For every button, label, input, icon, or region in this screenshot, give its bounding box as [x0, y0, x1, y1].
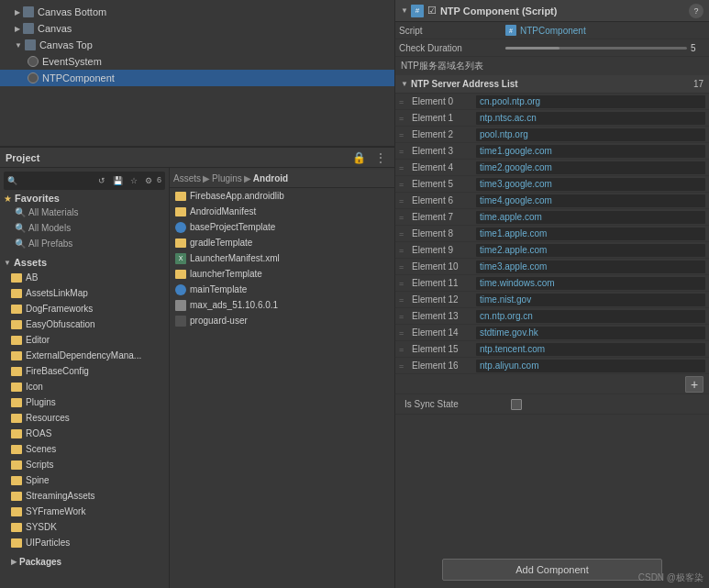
file-item[interactable]: AndroidManifest — [170, 204, 394, 219]
element-value[interactable]: time1.google.com — [476, 145, 705, 158]
element-value[interactable]: time.apple.com — [476, 211, 705, 224]
element-value[interactable]: pool.ntp.org — [476, 128, 705, 141]
assets-folder-item[interactable]: Scripts — [0, 457, 169, 472]
folder-icon — [11, 336, 22, 345]
ntp-script-icon: # — [411, 5, 424, 17]
search-bar[interactable]: 🔍 ↺ 💾 ☆ ⚙ 6 — [4, 172, 165, 190]
file-item[interactable]: gradleTemplate — [170, 235, 394, 250]
refresh-icon-btn[interactable]: ↺ — [95, 175, 108, 186]
element-value[interactable]: cn.ntp.org.cn — [476, 310, 705, 323]
packages-label: Packages — [19, 557, 61, 567]
assets-folder-item[interactable]: UIParticles — [0, 535, 169, 550]
lock-icon-btn[interactable]: 🔒 — [349, 150, 369, 165]
folder-label: Icon — [26, 382, 43, 392]
file-item[interactable]: XLauncherManifest.xml — [170, 250, 394, 266]
folder-label: ROAS — [26, 428, 51, 438]
file-item[interactable]: proguard-user — [170, 313, 394, 328]
assets-folder-item[interactable]: ExternalDependencyMana... — [0, 348, 169, 363]
chevron-right-icon: ▶ — [15, 8, 20, 17]
drag-handle-icon: = — [399, 312, 408, 321]
ntp-elements-list: = Element 0 cn.pool.ntp.org = Element 1 … — [395, 94, 709, 374]
file-item[interactable]: baseProjectTemplate — [170, 219, 394, 235]
file-item[interactable]: max_ads_51.10.6.0.1 — [170, 297, 394, 313]
more-options-btn[interactable]: ⋮ — [372, 150, 389, 165]
ntp-element-row: = Element 7 time.apple.com — [395, 209, 709, 226]
ntp-element-row: = Element 2 pool.ntp.org — [395, 127, 709, 143]
filter-icon-btn[interactable]: ⚙ — [142, 175, 155, 186]
drag-handle-icon: = — [399, 213, 408, 222]
chevron-down-icon: ▼ — [15, 41, 22, 50]
fav-item-prefabs[interactable]: 🔍 All Prefabs — [0, 236, 169, 251]
assets-folder-item[interactable]: Icon — [0, 379, 169, 394]
project-content: 🔍 ↺ 💾 ☆ ⚙ 6 ★ Favorites — [0, 168, 394, 588]
element-value[interactable]: time1.apple.com — [476, 227, 705, 240]
element-value[interactable]: ntp.ntsc.ac.cn — [476, 112, 705, 125]
fav-item-models[interactable]: 🔍 All Models — [0, 220, 169, 236]
element-value[interactable]: time3.google.com — [476, 178, 705, 191]
cube-icon — [25, 39, 36, 50]
folder-label: SYFrameWork — [26, 506, 85, 516]
assets-folder-item[interactable]: Scenes — [0, 441, 169, 457]
assets-folder-item[interactable]: FireBaseConfig — [0, 363, 169, 379]
save-icon-btn[interactable]: 💾 — [110, 175, 126, 186]
assets-section-header[interactable]: ▼ Assets — [0, 255, 169, 270]
element-value[interactable]: time.windows.com — [476, 277, 705, 290]
element-value[interactable]: ntp.tencent.com — [476, 343, 705, 356]
inspector-scroll[interactable]: Script # NTPComponent Check Duration 5 — [395, 22, 709, 551]
breadcrumb-android[interactable]: Android — [253, 173, 288, 183]
hierarchy-item-ntpcomponent[interactable]: NTPComponent — [0, 70, 394, 86]
file-item[interactable]: mainTemplate — [170, 282, 394, 297]
drag-handle-icon: = — [399, 163, 408, 172]
assets-folder-item[interactable]: Plugins — [0, 394, 169, 410]
assets-folder-item[interactable]: ROAS — [0, 426, 169, 441]
hierarchy-item-canvas-bottom[interactable]: ▶ Canvas Bottom — [0, 4, 394, 20]
file-item[interactable]: launcherTemplate — [170, 266, 394, 282]
assets-folder-item[interactable]: StreamingAssets — [0, 488, 169, 504]
folder-label: Plugins — [26, 397, 56, 407]
folder-icon — [175, 270, 186, 279]
element-label: Element 8 — [412, 228, 476, 239]
breadcrumb-assets[interactable]: Assets — [173, 173, 201, 183]
element-value[interactable]: time4.google.com — [476, 194, 705, 207]
add-element-btn[interactable]: + — [685, 376, 703, 393]
assets-folder-item[interactable]: Spine — [0, 472, 169, 488]
file-label: gradleTemplate — [190, 238, 252, 248]
checkbox-enable[interactable]: ☑ — [427, 5, 437, 17]
script-label: Script — [395, 26, 505, 36]
packages-item[interactable]: ▶ Packages — [0, 554, 169, 570]
assets-folder-item[interactable]: Resources — [0, 410, 169, 426]
gameobj-icon — [28, 56, 39, 67]
breadcrumb-plugins[interactable]: Plugins — [212, 173, 242, 183]
element-value[interactable]: stdtime.gov.hk — [476, 327, 705, 339]
element-value[interactable]: cn.pool.ntp.org — [476, 95, 705, 108]
fav-item-materials[interactable]: 🔍 All Materials — [0, 205, 169, 220]
element-value[interactable]: ntp.aliyun.com — [476, 360, 705, 372]
element-value[interactable]: time2.apple.com — [476, 244, 705, 257]
element-value[interactable]: time3.apple.com — [476, 261, 705, 273]
assets-folder-item[interactable]: EasyObfuscation — [0, 316, 169, 332]
assets-folder-item[interactable]: AB — [0, 270, 169, 285]
star-icon-btn[interactable]: ☆ — [127, 175, 140, 186]
assets-folder-item[interactable]: SYFrameWork — [0, 504, 169, 519]
hierarchy-item-canvas-top[interactable]: ▼ Canvas Top — [0, 37, 394, 53]
hierarchy-item-eventsystem[interactable]: EventSystem — [0, 53, 394, 70]
assets-folder-item[interactable]: AssetsLinkMap — [0, 285, 169, 301]
slider-track[interactable] — [505, 47, 687, 50]
element-value[interactable]: time.nist.gov — [476, 294, 705, 306]
sync-state-checkbox[interactable] — [511, 399, 522, 410]
assets-folder-item[interactable]: Editor — [0, 332, 169, 348]
search-input[interactable] — [20, 176, 95, 186]
hierarchy-item-canvas[interactable]: ▶ Canvas — [0, 20, 394, 37]
folder-icon — [11, 492, 22, 501]
add-component-btn[interactable]: Add Component — [442, 559, 662, 581]
folder-icon — [11, 398, 22, 407]
element-label: Element 4 — [412, 162, 476, 172]
element-value[interactable]: time2.google.com — [476, 161, 705, 174]
favorites-header[interactable]: ★ Favorites — [0, 192, 169, 205]
check-duration-value: 5 — [505, 43, 709, 53]
file-item[interactable]: FirebaseApp.androidlib — [170, 188, 394, 204]
help-btn[interactable]: ? — [689, 4, 703, 18]
project-files: Assets ▶ Plugins ▶ Android FirebaseApp.a… — [170, 168, 394, 588]
assets-folder-item[interactable]: SYSDK — [0, 519, 169, 535]
assets-folder-item[interactable]: DogFrameworks — [0, 301, 169, 316]
